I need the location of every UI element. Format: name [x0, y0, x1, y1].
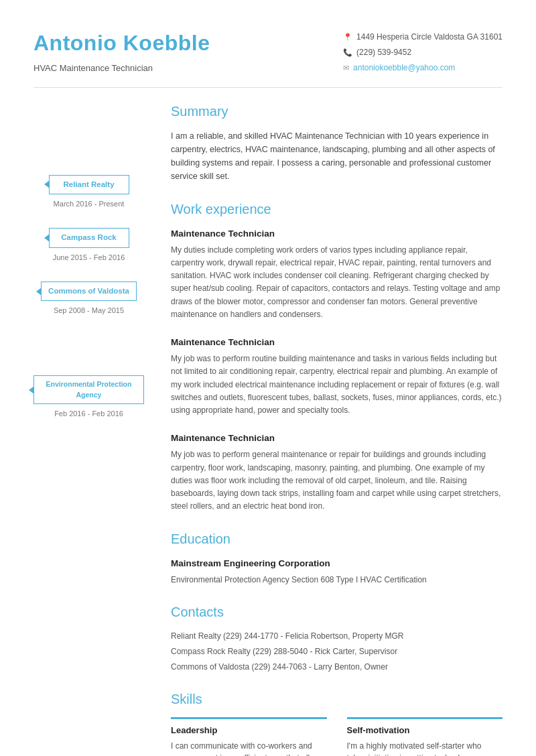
- contact-line-2: Commons of Valdosta (229) 244-7063 - Lar…: [171, 661, 503, 673]
- sidebar: Reliant Realty March 2016 - Present Camp…: [34, 101, 157, 757]
- skills-grid: Leadership I can communicate with co-wor…: [171, 717, 503, 757]
- summary-text: I am a reliable, and skilled HVAC Mainte…: [171, 129, 503, 183]
- job-role-1: Maintenance Technician: [171, 336, 503, 349]
- job-desc-0: My duties include completing work orders…: [171, 244, 503, 321]
- content-area: Summary I am a reliable, and skilled HVA…: [157, 101, 503, 757]
- sidebar-spacer-top: [34, 101, 144, 175]
- contact-line-1: Compass Rock Realty (229) 288-5040 - Ric…: [171, 645, 503, 657]
- edu-description: Environmental Protection Agency Section …: [171, 574, 503, 586]
- job-role-0: Maintenance Technician: [171, 227, 503, 241]
- sidebar-date-epa: Feb 2016 - Feb 2016: [34, 408, 144, 420]
- summary-title: Summary: [171, 101, 503, 121]
- job-block-1: Maintenance Technician My job was to per…: [171, 336, 503, 417]
- phone-text: (229) 539-9452: [356, 46, 411, 58]
- sidebar-date-campass-rock: June 2015 - Feb 2016: [34, 252, 144, 263]
- skill-item-1: Self-motivation I'm a highly motivated s…: [347, 717, 503, 757]
- sidebar-date-commons-valdosta: Sep 2008 - May 2015: [34, 305, 144, 316]
- edu-institution: Mainstream Engineering Corporation: [171, 557, 503, 570]
- address-text: 1449 Hesperia Circle Valdosta GA 31601: [356, 31, 503, 43]
- job-role-2: Maintenance Technician: [171, 432, 503, 445]
- skill-bar-0: [171, 717, 327, 719]
- work-experience-title: Work experience: [171, 199, 503, 219]
- candidate-job-title: HVAC Maintenance Technician: [34, 62, 210, 75]
- location-icon: 📍: [343, 32, 352, 43]
- contacts-title: Contacts: [171, 602, 503, 622]
- skill-item-0: Leadership I can communicate with co-wor…: [171, 717, 327, 757]
- job-block-2: Maintenance Technician My job was to per…: [171, 432, 503, 513]
- skill-bar-1: [347, 717, 503, 719]
- edu-block: Mainstream Engineering Corporation Envir…: [171, 557, 503, 585]
- sidebar-date-reliant-realty: March 2016 - Present: [34, 198, 144, 210]
- skill-name-1: Self-motivation: [347, 724, 503, 737]
- main-body: Reliant Realty March 2016 - Present Camp…: [34, 101, 503, 757]
- education-title: Education: [171, 529, 503, 549]
- sidebar-edu-spacer: [34, 335, 144, 375]
- skill-desc-0: I can communicate with co-workers and ma…: [171, 740, 327, 756]
- phone-icon: 📞: [343, 47, 352, 58]
- candidate-name: Antonio Koebble: [34, 27, 210, 59]
- job-desc-1: My job was to perform routine building m…: [171, 353, 503, 417]
- sidebar-badge-commons-valdosta: Commons of Valdosta: [41, 281, 137, 301]
- contact-line-0: Reliant Realty (229) 244-1770 - Felicia …: [171, 630, 503, 642]
- sidebar-entry-epa: Environmental Protection Agency Feb 2016…: [34, 375, 144, 420]
- sidebar-entry-commons-valdosta: Commons of Valdosta Sep 2008 - May 2015: [34, 281, 144, 316]
- sidebar-entry-reliant-realty: Reliant Realty March 2016 - Present: [34, 175, 144, 210]
- skill-name-0: Leadership: [171, 724, 327, 737]
- header-right: 📍 1449 Hesperia Circle Valdosta GA 31601…: [343, 27, 503, 74]
- job-desc-2: My job was to perform general maintenanc…: [171, 448, 503, 513]
- sidebar-badge-epa: Environmental Protection Agency: [34, 375, 144, 405]
- skill-desc-1: I'm a highly motivated self-starter who …: [347, 740, 503, 756]
- phone-item: 📞 (229) 539-9452: [343, 46, 411, 58]
- email-item: ✉ antoniokoebble@yahoo.com: [343, 62, 455, 74]
- resume-container: Antonio Koebble HVAC Maintenance Technic…: [0, 0, 536, 756]
- sidebar-entry-campass-rock: Campass Rock June 2015 - Feb 2016: [34, 228, 144, 263]
- job-block-0: Maintenance Technician My duties include…: [171, 227, 503, 321]
- sidebar-badge-campass-rock: Campass Rock: [49, 228, 129, 247]
- address-item: 📍 1449 Hesperia Circle Valdosta GA 31601: [343, 31, 503, 43]
- header-left: Antonio Koebble HVAC Maintenance Technic…: [34, 27, 210, 75]
- sidebar-badge-reliant-realty: Reliant Realty: [49, 175, 129, 194]
- email-icon: ✉: [343, 62, 349, 74]
- contacts-list: Reliant Realty (229) 244-1770 - Felicia …: [171, 630, 503, 673]
- header: Antonio Koebble HVAC Maintenance Technic…: [34, 27, 503, 88]
- skills-title: Skills: [171, 689, 503, 709]
- email-link[interactable]: antoniokoebble@yahoo.com: [353, 62, 455, 74]
